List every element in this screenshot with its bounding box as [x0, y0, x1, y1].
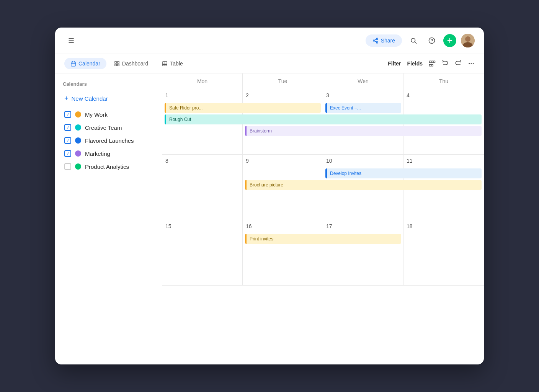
dot-product-analytics — [75, 163, 81, 170]
cell-1-0[interactable]: 8 — [162, 155, 243, 220]
group-button[interactable] — [429, 60, 436, 67]
search-icon — [410, 37, 417, 44]
svg-rect-20 — [115, 64, 116, 65]
undo-button[interactable] — [442, 60, 449, 67]
search-button[interactable] — [407, 34, 420, 47]
sidebar-item-marketing[interactable]: ✓Marketing — [63, 147, 154, 160]
sidebar: Calendars + New Calendar ✓My Work✓Creati… — [55, 74, 162, 364]
tab-table-label: Table — [170, 60, 183, 67]
new-calendar-label: New Calendar — [72, 95, 108, 102]
day-number-1-0: 8 — [165, 158, 239, 164]
plus-icon — [446, 37, 453, 44]
tab-calendar[interactable]: Calendar — [64, 58, 106, 69]
tabs-left: Calendar Dashboard Table — [64, 58, 189, 69]
day-number-2-1: 16 — [246, 223, 320, 229]
cell-1-3[interactable]: 11 — [403, 155, 484, 220]
hamburger-icon: ☰ — [68, 36, 74, 45]
sidebar-item-creative-team[interactable]: ✓Creative Team — [63, 121, 154, 134]
cell-0-3[interactable]: 4 — [403, 89, 484, 154]
label-marketing: Marketing — [85, 150, 110, 157]
calendar-tab-icon — [70, 61, 76, 67]
label-my-work: My Work — [85, 111, 108, 118]
dot-creative-team — [75, 124, 81, 131]
calendar-body: 1234Safe Rider pro...Exec Event –...Roug… — [162, 89, 484, 286]
calendar-list: ✓My Work✓Creative Team✓Flavored Launches… — [63, 108, 154, 173]
svg-rect-27 — [431, 61, 433, 63]
dot-marketing — [75, 150, 81, 157]
main-content: Calendars + New Calendar ✓My Work✓Creati… — [55, 74, 484, 364]
cell-2-2[interactable]: 17 — [323, 220, 403, 285]
dashboard-tab-icon — [114, 61, 120, 67]
svg-rect-21 — [118, 64, 119, 65]
day-number-2-3: 18 — [407, 223, 481, 229]
share-label: Share — [381, 38, 395, 44]
cell-1-1[interactable]: 9 — [243, 155, 323, 220]
share-icon — [372, 38, 379, 44]
day-number-1-1: 9 — [246, 158, 320, 164]
day-number-1-3: 11 — [407, 158, 481, 164]
dot-flavored-launches — [75, 137, 81, 144]
tab-dashboard[interactable]: Dashboard — [108, 58, 155, 69]
checkbox-marketing[interactable]: ✓ — [64, 150, 71, 157]
svg-line-3 — [374, 41, 376, 42]
share-button[interactable]: Share — [366, 34, 402, 47]
cell-1-2[interactable]: 10 — [323, 155, 403, 220]
tab-table[interactable]: Table — [156, 58, 189, 69]
calendar-header: Mon Tue Wen Thu — [162, 74, 484, 89]
label-flavored-launches: Flavored Launches — [85, 137, 134, 144]
svg-line-6 — [415, 42, 416, 43]
avatar — [461, 34, 475, 47]
cell-2-0[interactable]: 15 — [162, 220, 243, 285]
day-number-2-2: 17 — [326, 223, 400, 229]
checkbox-creative-team[interactable]: ✓ — [64, 124, 71, 131]
more-button[interactable] — [468, 60, 475, 67]
svg-point-12 — [465, 36, 470, 42]
menu-button[interactable]: ☰ — [64, 34, 78, 47]
redo-icon — [455, 60, 462, 67]
label-product-analytics: Product Analytics — [85, 163, 129, 170]
svg-point-33 — [473, 63, 474, 64]
svg-line-4 — [374, 39, 376, 40]
svg-rect-22 — [163, 61, 167, 65]
label-creative-team: Creative Team — [85, 124, 122, 131]
svg-rect-19 — [118, 61, 119, 63]
day-header-mon: Mon — [162, 74, 243, 89]
cell-0-1[interactable]: 2 — [243, 89, 323, 154]
new-calendar-button[interactable]: + New Calendar — [63, 92, 109, 105]
redo-button[interactable] — [455, 60, 462, 67]
checkbox-my-work[interactable]: ✓ — [64, 111, 71, 118]
day-number-0-1: 2 — [246, 92, 320, 98]
svg-rect-26 — [430, 61, 431, 63]
sidebar-section-title: Calendars — [63, 81, 154, 87]
day-header-tue: Tue — [243, 74, 323, 89]
cell-2-3[interactable]: 18 — [403, 220, 484, 285]
top-bar: ☰ Share — [55, 28, 484, 54]
view-tabs-bar: Calendar Dashboard Table Filter Fields — [55, 54, 484, 74]
checkbox-product-analytics[interactable] — [64, 163, 71, 170]
cell-2-1[interactable]: 16 — [243, 220, 323, 285]
sidebar-item-my-work[interactable]: ✓My Work — [63, 108, 154, 121]
cell-0-2[interactable]: 3 — [323, 89, 403, 154]
tab-dashboard-label: Dashboard — [122, 60, 149, 67]
svg-rect-28 — [433, 61, 435, 63]
week-1: 891011Develop InvitesBrochure picture — [162, 155, 484, 220]
day-header-wen: Wen — [323, 74, 403, 89]
app-window: ☰ Share — [55, 28, 484, 364]
filter-button[interactable]: Filter — [388, 60, 401, 67]
plus-icon: + — [64, 95, 69, 103]
tabs-right: Filter Fields — [388, 60, 475, 67]
svg-rect-30 — [431, 64, 433, 66]
checkbox-flavored-launches[interactable]: ✓ — [64, 137, 71, 144]
calendar-area: Mon Tue Wen Thu 1234Safe Rider pro...Exe… — [162, 74, 484, 364]
top-bar-left: ☰ — [64, 34, 78, 47]
undo-icon — [442, 60, 449, 67]
day-number-2-0: 15 — [165, 223, 239, 229]
add-button[interactable] — [443, 34, 456, 47]
help-button[interactable] — [425, 34, 439, 47]
sidebar-item-flavored-launches[interactable]: ✓Flavored Launches — [63, 134, 154, 147]
dot-my-work — [75, 111, 81, 118]
fields-button[interactable]: Fields — [407, 60, 423, 67]
cell-0-0[interactable]: 1 — [162, 89, 243, 154]
sidebar-item-product-analytics[interactable]: Product Analytics — [63, 160, 154, 173]
svg-point-32 — [471, 63, 472, 64]
